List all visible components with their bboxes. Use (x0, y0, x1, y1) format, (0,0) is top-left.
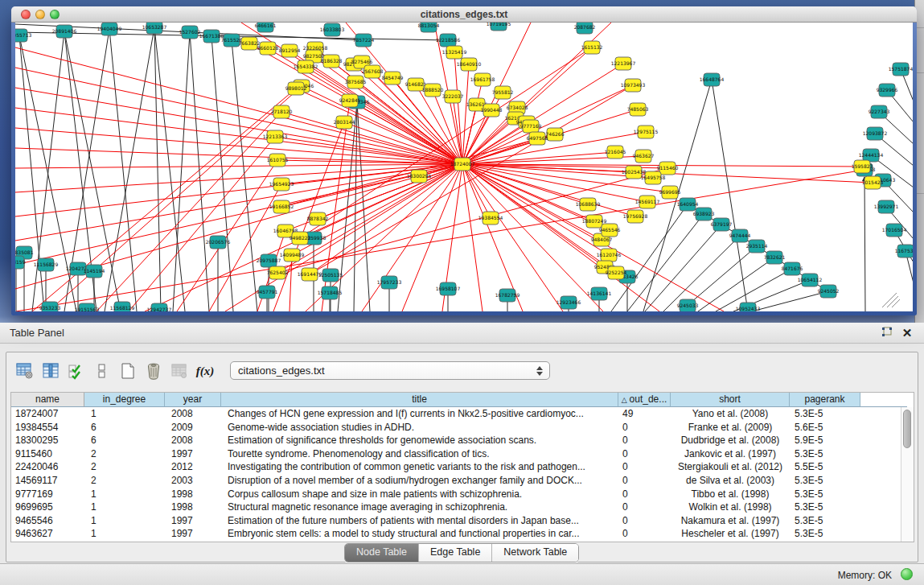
cell-name[interactable]: 18724007 (11, 407, 84, 421)
network-node[interactable]: 16648764 (700, 73, 725, 86)
scrollbar-thumb[interactable] (903, 410, 911, 448)
cell-name[interactable]: 18300295 (11, 434, 84, 447)
cell-short[interactable]: Nakamura et al. (1997) (671, 514, 790, 528)
network-node-selected[interactable]: 2718120 (271, 105, 293, 118)
network-node[interactable]: 2935114 (746, 240, 768, 253)
network-node-selected[interactable]: 746266 (546, 128, 565, 141)
cell-short[interactable]: Stergiakouli et al. (2012) (671, 460, 790, 474)
cell-in_degree[interactable]: 1 (84, 488, 165, 501)
cell-year[interactable]: 1997 (165, 514, 221, 528)
cell-short[interactable]: Tibbo et al. (1998) (671, 488, 790, 501)
network-node[interactable]: 16958107 (436, 282, 461, 295)
float-panel-icon[interactable] (881, 326, 895, 340)
network-node-selected[interactable]: 16914479 (298, 268, 322, 281)
edge[interactable] (752, 291, 828, 311)
cell-name[interactable]: 14569117 (11, 474, 84, 488)
network-node-selected[interactable]: 9252254 (606, 266, 627, 279)
network-node[interactable]: 9245052 (818, 285, 840, 298)
edge[interactable] (15, 164, 462, 168)
cell-in_degree[interactable]: 1 (84, 407, 165, 421)
memory-status-indicator[interactable] (901, 568, 913, 580)
table-row-22420046[interactable]: 2242004622012Investigating the contribut… (11, 460, 914, 474)
edge[interactable] (627, 214, 704, 311)
network-node-selected[interactable]: 10973493 (621, 79, 646, 92)
network-node[interactable]: 7832621 (764, 251, 786, 264)
cell-name[interactable]: 9777169 (11, 488, 84, 501)
network-node-selected[interactable]: 9498222 (290, 232, 311, 245)
cell-pagerank[interactable]: 5.3E-5 (790, 501, 860, 514)
delete-rows-trash-icon[interactable] (143, 360, 164, 381)
edge[interactable] (611, 204, 688, 311)
network-node-selected[interactable]: 3875685 (345, 76, 367, 89)
table-row-9465546[interactable]: 946554611997Estimation of the future num… (11, 514, 914, 528)
network-node-selected[interactable]: 1888520 (422, 84, 444, 97)
network-node-selected[interactable]: 16120746 (597, 249, 622, 262)
column-header-out_degree[interactable]: △out_de... (618, 393, 671, 407)
cell-year[interactable]: 1998 (165, 501, 221, 514)
network-node-selected[interactable]: 9463627 (633, 150, 655, 163)
edge[interactable] (462, 164, 603, 311)
cell-pagerank[interactable]: 5.3E-5 (790, 474, 860, 488)
network-node[interactable]: 17016504 (882, 224, 907, 237)
network-node-selected[interactable]: 8660128 (257, 42, 279, 55)
function-builder-icon[interactable]: f(x) (195, 360, 216, 381)
network-node[interactable]: 2087682 (574, 23, 596, 34)
cell-out_degree[interactable]: 0 (618, 474, 671, 488)
network-node[interactable]: 8813054 (418, 23, 440, 32)
network-node-selected[interactable]: 7485063 (627, 103, 649, 116)
network-node[interactable]: 933159 (15, 256, 26, 269)
cell-short[interactable]: Franke et al. (2009) (671, 421, 790, 435)
table-row-9699695[interactable]: 969969511998Structural magnetic resonanc… (11, 501, 914, 514)
cell-title[interactable]: Investigating the contribution of common… (221, 460, 618, 474)
table-row-9777169[interactable]: 977716911998Corpus callosum shape and si… (11, 488, 914, 501)
cell-short[interactable]: Hescheler et al. (1997) (671, 527, 790, 541)
select-mode-icon[interactable] (66, 360, 87, 381)
cell-year[interactable]: 1998 (165, 488, 221, 501)
edge[interactable] (15, 164, 462, 265)
cell-in_degree[interactable]: 1 (84, 514, 165, 528)
network-node-selected[interactable]: 9777169 (520, 120, 542, 133)
edge[interactable] (712, 80, 748, 311)
new-table-icon[interactable] (117, 360, 138, 381)
network-node-selected[interactable]: 8912954 (279, 44, 301, 57)
cell-name[interactable]: 22420046 (11, 460, 84, 474)
cell-title[interactable]: Embryonic stem cells: a model to study s… (221, 527, 618, 541)
cell-out_degree[interactable]: 0 (618, 421, 671, 435)
cell-out_degree[interactable]: 0 (618, 488, 671, 501)
network-node-selected[interactable]: 14569117 (635, 196, 660, 208)
edge[interactable] (281, 164, 462, 207)
network-node[interactable]: 10653287 (142, 23, 167, 34)
cell-year[interactable]: 2009 (165, 421, 221, 435)
network-node-selected[interactable]: 9465546 (599, 224, 621, 237)
network-node-selected[interactable]: 16961758 (470, 73, 495, 86)
network-node-selected[interactable]: 1610755 (267, 154, 289, 167)
edge[interactable] (306, 67, 462, 164)
network-node[interactable]: 9353233 (39, 302, 61, 311)
cell-name[interactable]: 9463627 (11, 527, 84, 541)
edge[interactable] (232, 40, 257, 311)
cell-name[interactable]: 9699695 (11, 501, 84, 514)
edge[interactable] (277, 164, 462, 273)
network-node[interactable]: 12218586 (436, 34, 461, 47)
cell-pagerank[interactable]: 5.3E-5 (790, 488, 860, 501)
cell-in_degree[interactable]: 2 (84, 447, 165, 461)
column-header-year[interactable]: year (165, 393, 221, 407)
column-header-name[interactable]: name (11, 393, 84, 407)
edge[interactable] (105, 27, 154, 311)
network-node-selected[interactable]: 18640910 (457, 58, 482, 71)
network-node-selected[interactable]: 1615132 (581, 41, 603, 54)
network-node[interactable]: 6379197 (711, 218, 733, 231)
network-node-selected[interactable]: 1595823 (852, 160, 873, 173)
cell-year[interactable]: 1997 (165, 527, 221, 541)
network-node-selected[interactable]: 12213967 (611, 57, 636, 70)
tab-network-table[interactable]: Network Table (492, 544, 578, 562)
network-node[interactable]: 10952433 (736, 303, 761, 311)
network-node-selected[interactable]: 3222037 (442, 90, 464, 103)
edge[interactable] (154, 27, 185, 311)
network-node-selected[interactable]: 1015423 (862, 176, 884, 189)
network-node-selected[interactable]: 9699695 (659, 186, 681, 199)
network-node[interactable]: 1640954 (677, 198, 699, 211)
network-node-selected[interactable]: 7625402 (267, 266, 289, 279)
close-panel-icon[interactable]: ✕ (900, 326, 914, 340)
edge[interactable] (173, 32, 190, 311)
